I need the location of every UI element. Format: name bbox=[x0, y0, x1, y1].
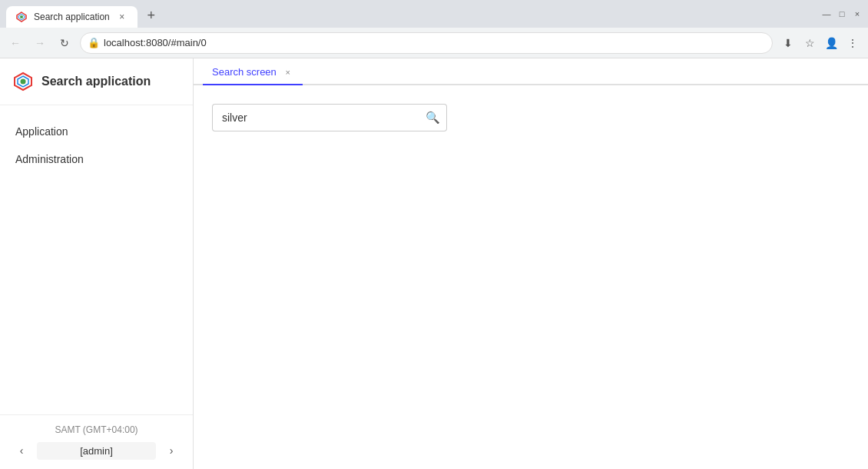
search-screen: 🔍 bbox=[194, 85, 868, 469]
search-button[interactable]: 🔍 bbox=[419, 104, 447, 131]
sidebar-collapse-button[interactable]: ‹ bbox=[12, 441, 31, 460]
refresh-button[interactable]: ↻ bbox=[55, 34, 74, 52]
sidebar-item-application[interactable]: Application bbox=[0, 118, 193, 145]
sidebar: Search application Application Administr… bbox=[0, 58, 194, 469]
title-bar: Search application × + — □ × bbox=[0, 0, 868, 28]
search-bar: 🔍 bbox=[212, 104, 850, 131]
new-tab-button[interactable]: + bbox=[141, 5, 162, 26]
address-bar: ← → ↻ 🔒 ⬇ ☆ 👤 ⋮ bbox=[0, 28, 868, 58]
search-icon: 🔍 bbox=[426, 111, 440, 125]
app-title: Search application bbox=[41, 75, 151, 88]
app-tab-strip: Search screen × bbox=[194, 58, 868, 85]
search-input[interactable] bbox=[212, 104, 419, 131]
timezone-label: SAMT (GMT+04:00) bbox=[12, 424, 181, 435]
sidebar-expand-button[interactable]: › bbox=[162, 441, 181, 460]
svg-point-2 bbox=[20, 15, 23, 18]
lock-icon: 🔒 bbox=[88, 37, 100, 48]
user-label: [admin] bbox=[37, 442, 156, 460]
window-maximize-btn[interactable]: □ bbox=[837, 9, 846, 18]
sidebar-footer: SAMT (GMT+04:00) ‹ [admin] › bbox=[0, 414, 193, 469]
search-screen-tab-label: Search screen bbox=[212, 66, 277, 78]
browser-actions: ⬇ ☆ 👤 ⋮ bbox=[779, 34, 862, 52]
sidebar-header: Search application bbox=[0, 58, 193, 105]
app-logo-icon bbox=[12, 71, 34, 92]
browser-tab-title: Search application bbox=[34, 12, 110, 22]
main-content: Search screen × 🔍 bbox=[194, 58, 868, 469]
window-close-btn[interactable]: × bbox=[853, 9, 862, 18]
forward-button[interactable]: → bbox=[31, 34, 49, 52]
profile-icon[interactable]: 👤 bbox=[822, 34, 840, 52]
browser-tab-close-btn[interactable]: × bbox=[116, 11, 128, 23]
sidebar-item-administration[interactable]: Administration bbox=[0, 145, 193, 173]
search-screen-tab[interactable]: Search screen × bbox=[203, 58, 303, 85]
menu-icon[interactable]: ⋮ bbox=[843, 34, 862, 52]
address-input[interactable] bbox=[80, 32, 773, 54]
svg-point-5 bbox=[21, 79, 26, 85]
tab-bar: Search application × + bbox=[6, 0, 822, 28]
tab-favicon-icon bbox=[15, 11, 28, 23]
window-controls: — □ × bbox=[822, 9, 862, 18]
download-icon[interactable]: ⬇ bbox=[779, 34, 797, 52]
browser-tab-active[interactable]: Search application × bbox=[6, 6, 137, 28]
back-button[interactable]: ← bbox=[6, 34, 25, 52]
address-input-wrapper: 🔒 bbox=[80, 32, 773, 54]
app-container: Search application Application Administr… bbox=[0, 58, 868, 469]
search-screen-tab-close[interactable]: × bbox=[283, 67, 293, 78]
bookmark-icon[interactable]: ☆ bbox=[800, 34, 819, 52]
sidebar-nav: Application Administration bbox=[0, 105, 193, 414]
user-row: ‹ [admin] › bbox=[12, 441, 181, 460]
window-minimize-btn[interactable]: — bbox=[822, 9, 831, 18]
